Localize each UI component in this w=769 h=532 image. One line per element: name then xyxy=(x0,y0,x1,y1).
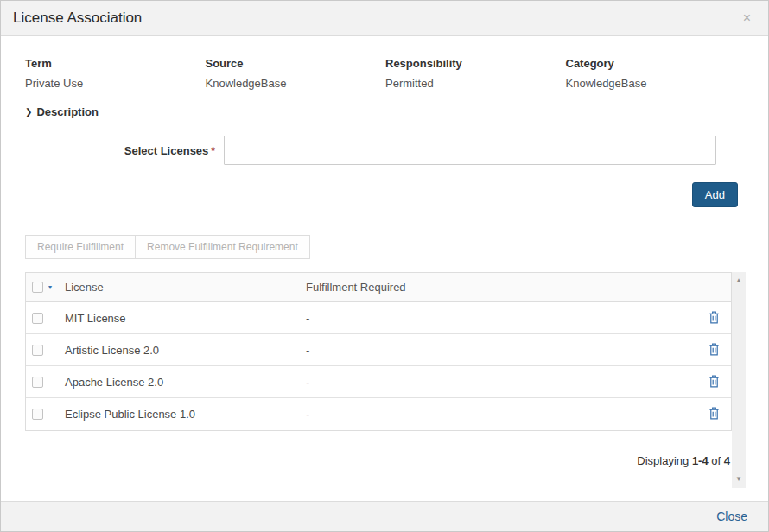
row-check-cell xyxy=(26,345,65,356)
field-label: Category xyxy=(566,57,747,70)
pagination-range: 1-4 xyxy=(692,454,709,467)
header-check-cell: ▾ xyxy=(26,282,65,293)
table-row: Artistic License 2.0 - xyxy=(26,334,731,366)
trash-icon xyxy=(709,311,720,324)
pagination-total: 4 xyxy=(724,454,730,467)
close-icon[interactable]: × xyxy=(740,10,754,27)
field-source: Source KnowledgeBase xyxy=(206,57,386,90)
field-responsibility: Responsibility Permitted xyxy=(385,57,566,90)
require-fulfillment-button[interactable]: Require Fulfillment xyxy=(25,235,136,259)
dialog-header: License Association × xyxy=(1,1,768,36)
trash-icon xyxy=(709,407,720,420)
table-header-row: ▾ License Fulfillment Required xyxy=(26,273,731,302)
row-check-cell xyxy=(26,408,65,420)
fulfillment-value: - xyxy=(306,408,696,421)
scroll-up-icon[interactable]: ▲ xyxy=(732,274,746,288)
row-check-cell xyxy=(26,377,65,388)
table-row: Eclipse Public License 1.0 - xyxy=(26,398,731,430)
delete-row-button[interactable] xyxy=(707,341,721,358)
select-licenses-label: Select Licenses xyxy=(124,144,209,157)
field-category: Category KnowledgeBase xyxy=(566,57,747,90)
add-button[interactable]: Add xyxy=(692,182,738,207)
trash-icon xyxy=(709,375,720,388)
field-term: Term Private Use xyxy=(25,57,206,90)
row-checkbox[interactable] xyxy=(32,313,43,324)
license-name: Apache License 2.0 xyxy=(65,376,306,389)
close-button[interactable]: Close xyxy=(716,510,747,523)
pagination-of: of xyxy=(709,454,724,467)
select-all-checkbox[interactable] xyxy=(32,282,43,293)
row-checkbox[interactable] xyxy=(32,377,43,388)
fulfillment-value: - xyxy=(306,344,696,357)
license-name: MIT License xyxy=(65,312,306,325)
field-label: Responsibility xyxy=(385,57,566,70)
delete-row-button[interactable] xyxy=(707,405,721,421)
license-column-header[interactable]: License xyxy=(65,281,306,294)
table-scrollbar[interactable]: ▲ ▼ xyxy=(732,272,746,488)
delete-row-button[interactable] xyxy=(707,373,721,390)
chevron-right-icon: ❯ xyxy=(25,107,32,117)
field-label: Term xyxy=(25,57,206,70)
field-value: KnowledgeBase xyxy=(566,77,747,90)
trash-icon xyxy=(709,343,720,356)
row-action-cell xyxy=(696,341,731,359)
row-checkbox[interactable] xyxy=(32,408,43,420)
caret-down-icon[interactable]: ▾ xyxy=(48,283,52,291)
required-asterisk: * xyxy=(211,145,215,157)
table-row: MIT License - xyxy=(26,302,731,334)
row-check-cell xyxy=(26,313,65,324)
table-row: Apache License 2.0 - xyxy=(26,366,731,398)
fulfillment-value: - xyxy=(306,312,696,325)
license-name: Eclipse Public License 1.0 xyxy=(65,408,306,421)
row-action-cell xyxy=(696,373,731,391)
license-association-dialog: License Association × Term Private Use S… xyxy=(0,0,769,532)
dialog-title: License Association xyxy=(13,10,142,27)
field-label: Source xyxy=(206,57,386,70)
row-action-cell xyxy=(696,309,731,327)
pagination-status: Displaying 1-4 of 4 xyxy=(25,454,732,467)
select-licenses-label-wrap: Select Licenses* xyxy=(25,144,224,157)
field-value: Permitted xyxy=(385,77,566,90)
fulfillment-value: - xyxy=(306,376,696,389)
dialog-body: Term Private Use Source KnowledgeBase Re… xyxy=(1,36,768,501)
remove-fulfillment-button[interactable]: Remove Fulfillment Requirement xyxy=(135,235,310,259)
select-licenses-input[interactable] xyxy=(224,136,716,165)
row-checkbox[interactable] xyxy=(32,345,43,356)
description-toggle[interactable]: ❯ Description xyxy=(25,105,99,118)
scroll-down-icon[interactable]: ▼ xyxy=(732,472,746,486)
select-licenses-row: Select Licenses* xyxy=(25,136,746,165)
field-value: Private Use xyxy=(25,77,206,90)
license-table: ▾ License Fulfillment Required MIT Licen… xyxy=(25,272,732,431)
row-action-cell xyxy=(696,405,731,423)
delete-row-button[interactable] xyxy=(707,309,721,326)
fulfillment-column-header[interactable]: Fulfillment Required xyxy=(306,281,696,294)
license-name: Artistic License 2.0 xyxy=(65,344,306,357)
fulfillment-toolbar: Require Fulfillment Remove Fulfillment R… xyxy=(25,235,310,259)
add-button-row: Add xyxy=(25,182,746,207)
info-fields-row: Term Private Use Source KnowledgeBase Re… xyxy=(25,57,746,90)
field-value: KnowledgeBase xyxy=(206,77,386,90)
description-label: Description xyxy=(36,105,99,118)
license-grid-content: ▾ License Fulfillment Required MIT Licen… xyxy=(25,272,732,467)
pagination-prefix: Displaying xyxy=(637,454,692,467)
dialog-footer: Close xyxy=(1,501,768,531)
license-grid: ▾ License Fulfillment Required MIT Licen… xyxy=(25,272,746,488)
